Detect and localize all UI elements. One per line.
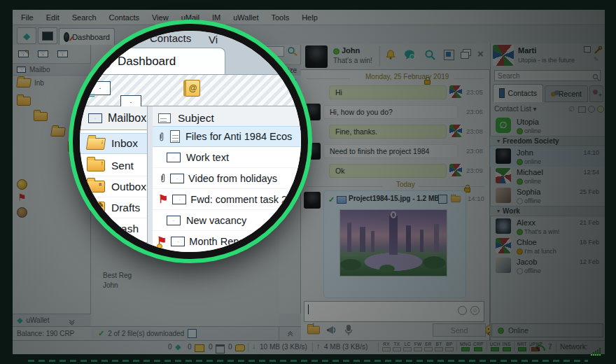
group-freedom-society[interactable]: ▾ Freedom Society <box>490 136 605 146</box>
folder-row-outbox[interactable]: » Outbox <box>80 176 147 197</box>
contact-row-utopia[interactable]: ∅ Utopia online <box>490 116 605 136</box>
tower <box>389 216 398 255</box>
tab-dashboard-base[interactable]: Dashboard <box>59 28 115 46</box>
menu-umail[interactable]: uMail <box>181 13 200 22</box>
coin-icon[interactable] <box>17 179 27 190</box>
tower <box>360 227 365 252</box>
address-book-icon <box>499 88 505 98</box>
lens-tab-view[interactable]: Vi <box>209 34 218 46</box>
copy-icon[interactable] <box>584 46 591 52</box>
cookie-icon[interactable] <box>17 207 27 218</box>
key-icon[interactable] <box>597 106 604 113</box>
mail-row-0[interactable]: Files for Anti 1984 Ecos <box>153 126 301 147</box>
contact-row-michael[interactable]: Michael online 12:54 <box>490 167 605 186</box>
address-book-button[interactable]: @ <box>183 80 200 97</box>
chat-message-their[interactable]: Hi, how do you do? <box>323 105 458 119</box>
folder-row-inbox[interactable]: ↓ Inbox <box>80 133 147 154</box>
menu-search[interactable]: Search <box>72 13 97 22</box>
close-chat-button[interactable]: × <box>477 48 484 59</box>
menu-tools[interactable]: Tools <box>271 13 289 22</box>
image-preview-utopian-city[interactable] <box>340 209 447 276</box>
collapse-segment[interactable] <box>279 326 301 340</box>
contacts-search-input[interactable] <box>494 70 601 81</box>
im-filter-icon[interactable] <box>578 106 586 113</box>
floppy-icon[interactable] <box>188 329 197 338</box>
microphone-icon <box>344 324 353 336</box>
im-toolbar-button[interactable] <box>38 27 57 44</box>
clock-icon[interactable] <box>588 106 595 113</box>
contact-list-dropdown[interactable]: Contact List ▾ <box>494 105 537 113</box>
contact-row-john[interactable]: John online 14:10 <box>490 147 605 167</box>
menu-contacts[interactable]: Contacts <box>109 13 139 22</box>
settings-button[interactable] <box>594 45 602 57</box>
outbox-folder-icon[interactable] <box>34 112 48 121</box>
compose-mail-button[interactable]: ✎ <box>18 48 29 60</box>
mail-row-2[interactable]: Video from holidays <box>153 168 301 189</box>
folder-row-sent[interactable]: ↑ Sent <box>80 155 147 176</box>
sent-folder-icon[interactable] <box>17 97 31 106</box>
contact-row-jacob[interactable]: Jacob offline 12 Feb <box>490 256 605 276</box>
smiley-icon[interactable]: ☺ <box>470 306 479 315</box>
contact-row-chloe[interactable]: Chloe I'm at lunch 18 Feb <box>490 237 605 256</box>
peer-online-dot <box>333 48 340 55</box>
contact-row-alexx[interactable]: Alexx That's a win! 21 Feb <box>490 217 605 237</box>
sidebar-item-inbox[interactable]: Inb <box>17 78 44 88</box>
file-message-bubble[interactable]: ✓ Project1984-15.jpg - 1.2 MB <box>323 190 466 298</box>
lens-mailbox-header[interactable]: Mailbox <box>80 106 147 130</box>
chat-message-own[interactable]: Hi <box>329 85 447 99</box>
counter-value: 0 <box>228 343 232 351</box>
envelope-icon <box>172 195 186 204</box>
reply-button[interactable]: ⇐ <box>90 81 111 95</box>
menu-help[interactable]: Help <box>302 13 318 22</box>
add-contact-button[interactable]: + <box>589 85 603 102</box>
contact-time: 14:10 <box>583 149 599 156</box>
menu-uwallet[interactable]: uWallet <box>233 13 258 22</box>
user-avatar[interactable] <box>493 45 514 66</box>
wallet-toolbar-button[interactable]: ◆ <box>17 27 36 44</box>
menu-edit[interactable]: Edit <box>46 13 59 22</box>
save-file-icon[interactable] <box>438 195 447 204</box>
mail-button-3[interactable] <box>57 48 68 60</box>
broadcast-button[interactable] <box>326 325 338 338</box>
send-file-button[interactable]: ↑ <box>307 325 321 337</box>
envelope-icon <box>167 216 181 225</box>
mail-row-3[interactable]: ⚑ Fwd: comment task 2 <box>153 189 301 210</box>
chat-peer-avatar[interactable] <box>305 46 328 68</box>
lens-tab-contacts[interactable]: Contacts <box>150 32 191 44</box>
voice-button[interactable] <box>344 324 353 339</box>
header-divider <box>379 46 380 66</box>
chat-message-their[interactable]: Need to finish the project 1984 <box>323 144 458 158</box>
flag-icon[interactable]: ⚑ <box>18 193 27 202</box>
notifications-button[interactable] <box>385 49 396 63</box>
send-button[interactable]: Send <box>433 323 486 337</box>
chat-search-button[interactable] <box>424 49 435 63</box>
mail-search-button[interactable] <box>287 46 298 59</box>
anonymous-icon[interactable] <box>458 306 467 315</box>
tab-recent[interactable]: Recent <box>545 85 588 102</box>
contact-status: I'm at lunch <box>524 248 556 255</box>
chat-message-own[interactable]: Fine, thanks. <box>329 125 447 139</box>
drafts-folder-icon[interactable] <box>50 127 66 136</box>
uwallet-bar[interactable]: ◆ uWallet <box>13 314 91 326</box>
presence-selector[interactable]: Online <box>491 323 603 337</box>
image-icon <box>446 52 451 57</box>
group-work[interactable]: ▾ Work <box>490 206 605 216</box>
counter-value: 0 <box>168 343 172 351</box>
chat-message-own[interactable]: Ok <box>329 164 447 178</box>
mail-row-1[interactable]: Work text <box>153 147 301 168</box>
contact-row-sophia[interactable]: Sophia offline 25 Feb <box>490 186 605 206</box>
secure-chat-button[interactable] <box>404 49 416 63</box>
open-folder-icon[interactable] <box>451 196 461 202</box>
hide-offline-icon[interactable]: ∅ <box>568 105 575 113</box>
mail-button-2[interactable] <box>38 48 48 60</box>
tower <box>371 231 374 252</box>
sidebar-mailbox-header[interactable]: Mailbo <box>13 63 91 76</box>
menu-file[interactable]: File <box>21 13 34 22</box>
menu-view[interactable]: View <box>152 13 169 22</box>
media-button[interactable] <box>444 50 454 60</box>
user-status[interactable]: Utopia - is the future <box>518 57 575 64</box>
menu-im[interactable]: IM <box>212 13 220 22</box>
people-icon <box>551 90 555 97</box>
tab-contacts[interactable]: Contacts <box>493 84 543 102</box>
chat-input[interactable]: ☺ <box>304 301 484 322</box>
